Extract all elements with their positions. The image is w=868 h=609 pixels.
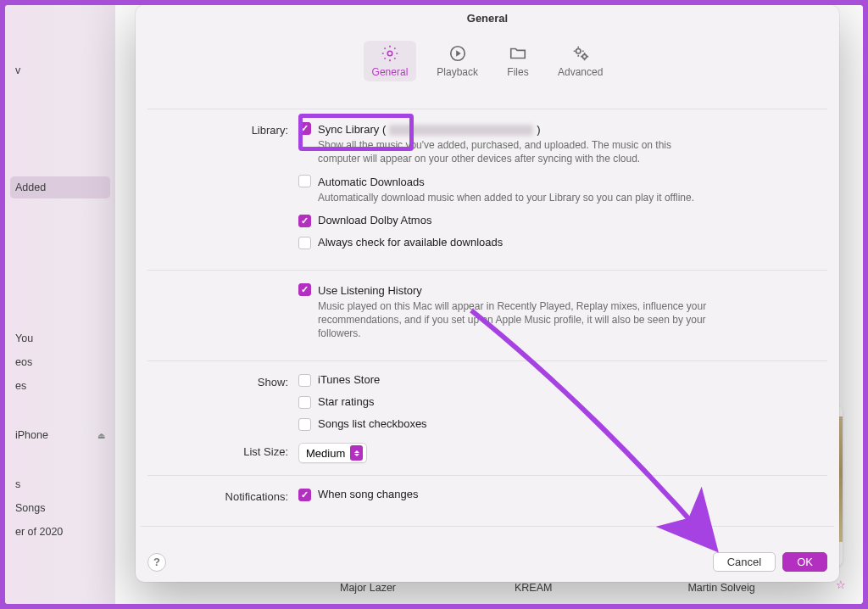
folder-icon (507, 44, 529, 63)
library-section-label: Library: (147, 121, 298, 137)
sidebar-item[interactable]: Songs (10, 497, 110, 519)
sync-library-checkbox[interactable] (298, 122, 311, 135)
divider (141, 526, 834, 527)
automatic-downloads-checkbox[interactable] (298, 175, 311, 187)
sidebar-item-label: iPhone (15, 429, 48, 441)
preferences-modal: General General Playback Files Advanced (136, 5, 839, 582)
redacted-account-name (389, 125, 533, 136)
play-circle-icon (447, 44, 469, 63)
sync-library-desc: Show all the music you've added, purchas… (318, 138, 716, 165)
songs-list-checkboxes-label: Songs list checkboxes (318, 417, 427, 430)
gears-icon (570, 44, 592, 63)
tab-general[interactable]: General (364, 41, 417, 81)
list-size-select[interactable]: Medium (298, 443, 367, 463)
automatic-downloads-label: Automatic Downloads (318, 176, 425, 188)
modal-title: General (136, 12, 839, 25)
listening-history-label: Use Listening History (318, 284, 422, 297)
tab-bar: General Playback Files Advanced (136, 41, 839, 81)
tab-playback[interactable]: Playback (428, 41, 487, 81)
star-ratings-label: Star ratings (318, 395, 374, 408)
listening-history-checkbox[interactable] (298, 283, 311, 296)
list-size-label: List Size: (147, 443, 298, 458)
show-section-label: Show: (147, 373, 298, 388)
artist-name[interactable]: Major Lazer (340, 582, 396, 594)
divider (147, 475, 827, 476)
automatic-downloads-desc: Automatically download music when added … (318, 191, 694, 204)
tab-label: General (372, 66, 409, 78)
songs-list-checkboxes-checkbox[interactable] (298, 418, 311, 431)
tab-label: Playback (437, 66, 478, 78)
always-check-downloads-checkbox[interactable] (298, 237, 311, 249)
chevron-down-icon[interactable]: ⌄ (97, 431, 103, 440)
app-sidebar: v Added You eos es iPhone ⏏ ⌄ s Songs er… (5, 5, 115, 604)
sidebar-item[interactable]: You (10, 327, 110, 349)
divider (147, 360, 827, 361)
gear-icon (379, 44, 401, 63)
help-button[interactable]: ? (147, 553, 166, 572)
listening-history-desc: Music played on this Mac will appear in … (318, 299, 716, 341)
svg-point-0 (387, 51, 392, 56)
ok-button[interactable]: OK (782, 552, 827, 572)
always-check-downloads-label: Always check for available downloads (318, 236, 503, 249)
artist-name[interactable]: KREAM (515, 582, 552, 594)
sidebar-item-added[interactable]: Added (10, 176, 110, 198)
song-changes-label: When song changes (318, 488, 419, 500)
list-size-value: Medium (306, 447, 345, 460)
dolby-atmos-label: Download Dolby Atmos (318, 214, 431, 226)
tab-files[interactable]: Files (498, 41, 537, 81)
tab-label: Advanced (558, 66, 603, 78)
sidebar-item-iphone[interactable]: iPhone ⏏ ⌄ (10, 424, 110, 446)
sidebar-item[interactable]: er of 2020 (10, 521, 110, 543)
dolby-atmos-checkbox[interactable] (298, 215, 311, 227)
svg-point-2 (576, 49, 581, 54)
sync-library-label: Sync Library () (318, 123, 541, 136)
sidebar-item[interactable]: eos (10, 351, 110, 373)
itunes-store-checkbox[interactable] (298, 374, 311, 387)
divider (147, 109, 827, 109)
artist-name[interactable]: Martin Solveig (687, 582, 754, 594)
song-changes-checkbox[interactable] (298, 489, 311, 501)
itunes-store-label: iTunes Store (318, 373, 380, 386)
favorite-star-icon[interactable]: ☆ (836, 578, 846, 591)
artists-row: Major Lazer KREAM Martin Solveig (340, 582, 829, 594)
tab-advanced[interactable]: Advanced (549, 41, 611, 81)
notifications-label: Notifications: (147, 488, 298, 503)
cancel-button[interactable]: Cancel (713, 552, 776, 572)
sidebar-item[interactable]: s (10, 473, 110, 495)
select-stepper-icon (350, 445, 363, 461)
sidebar-item[interactable]: es (10, 375, 110, 397)
sidebar-item[interactable]: v (10, 59, 110, 81)
star-ratings-checkbox[interactable] (298, 396, 311, 409)
divider (147, 270, 827, 271)
svg-point-3 (582, 54, 587, 59)
tab-label: Files (507, 66, 528, 78)
